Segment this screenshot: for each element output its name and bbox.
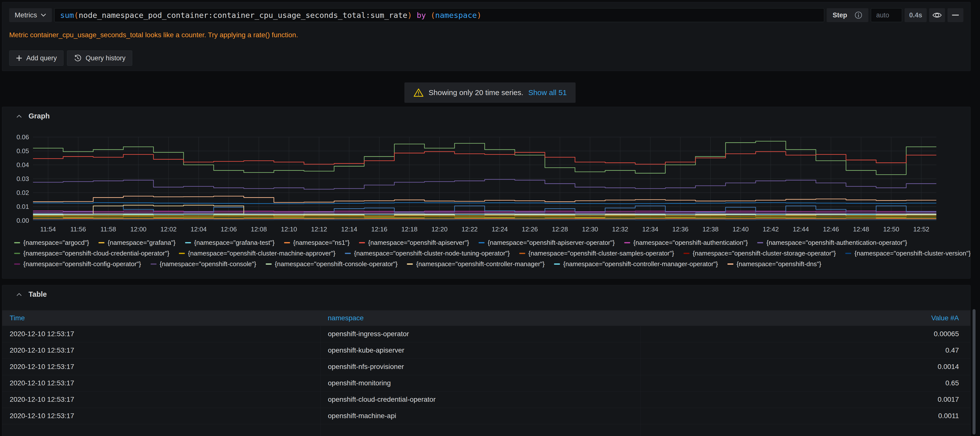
series-limit-notice: Showing only 20 time series. Show all 51 <box>404 82 576 103</box>
legend-item-argocd[interactable]: {namespace="argocd"} <box>14 239 89 246</box>
show-all-series-link[interactable]: Show all 51 <box>528 88 567 97</box>
x-axis-tick-label: 12:50 <box>883 225 899 233</box>
legend-row: {namespace="argocd"}{namespace="grafana"… <box>14 237 970 248</box>
series-line-openshift-cluster-version <box>33 219 936 220</box>
legend-item-openshift-cluster-storage-operator[interactable]: {namespace="openshift-cluster-storage-op… <box>684 249 836 257</box>
legend-item-openshift-console[interactable]: {namespace="openshift-console"} <box>151 260 256 268</box>
legend-item-openshift-apiserver-operator[interactable]: {namespace="openshift-apiserver-operator… <box>479 239 615 246</box>
legend-item-openshift-controller-manager-operator[interactable]: {namespace="openshift-controller-manager… <box>554 260 718 268</box>
legend-label: {namespace="openshift-controller-manager… <box>563 260 718 268</box>
grafana-explore-page: { "query_bar": { "metrics_button": "Metr… <box>0 0 980 436</box>
x-axis-tick-label: 12:04 <box>191 225 207 233</box>
legend-item-openshift-dns[interactable]: {namespace="openshift-dns"} <box>727 260 821 268</box>
legend-label: {namespace="openshift-config-operator"} <box>23 260 141 268</box>
legend-item-openshift-console-operator[interactable]: {namespace="openshift-console-operator"} <box>266 260 398 268</box>
legend-label: {namespace="grafana"} <box>108 239 176 246</box>
column-header-value[interactable]: Value #A <box>640 310 970 326</box>
add-query-button[interactable]: Add query <box>9 50 64 66</box>
promql-query-input[interactable]: sum(node_namespace_pod_container:contain… <box>54 8 824 22</box>
table-panel-header[interactable]: Table <box>2 290 970 299</box>
toggle-visibility-button[interactable] <box>929 8 945 22</box>
legend-item-ns1[interactable]: {namespace="ns1"} <box>284 239 350 246</box>
series-color-swatch <box>684 253 689 254</box>
legend-item-openshift-authentication-operator[interactable]: {namespace="openshift-authentication-ope… <box>757 239 907 246</box>
legend-item-openshift-cluster-machine-approver[interactable]: {namespace="openshift-cluster-machine-ap… <box>179 249 336 257</box>
query-history-button[interactable]: Query history <box>67 50 132 66</box>
series-color-swatch <box>14 253 20 254</box>
legend-item-openshift-controller-manager[interactable]: {namespace="openshift-controller-manager… <box>407 260 544 268</box>
y-axis-tick-label: 0.01 <box>16 203 29 210</box>
legend-item-openshift-cloud-credential-operator[interactable]: {namespace="openshift-cloud-credential-o… <box>14 249 169 257</box>
graph-panel: Graph 0.000.010.020.030.040.050.0611:541… <box>2 107 970 279</box>
cell-empty <box>2 424 320 436</box>
legend-row: {namespace="openshift-cloud-credential-o… <box>14 248 970 259</box>
step-interval-input[interactable]: auto <box>871 8 902 22</box>
legend-item-grafana[interactable]: {namespace="grafana"} <box>99 239 176 246</box>
legend-label: {namespace="openshift-apiserver"} <box>368 239 469 246</box>
cell-time: 2020-12-10 12:53:17 <box>2 408 320 424</box>
series-notice-row: Showing only 20 time series. Show all 51 <box>0 82 980 103</box>
legend-item-openshift-config-operator[interactable]: {namespace="openshift-config-operator"} <box>14 260 141 268</box>
cell-value: 0.0017 <box>640 391 970 408</box>
query-token-paren: ( <box>74 11 79 20</box>
legend-item-openshift-authentication[interactable]: {namespace="openshift-authentication"} <box>624 239 748 246</box>
cell-time: 2020-12-10 12:53:17 <box>2 391 320 408</box>
x-axis-tick-label: 12:34 <box>642 225 658 233</box>
x-axis-tick-label: 12:28 <box>552 225 568 233</box>
table-header-row: Time namespace Value #A <box>2 310 970 326</box>
graph-panel-header[interactable]: Graph <box>2 112 970 120</box>
legend-item-grafana-test[interactable]: {namespace="grafana-test"} <box>185 239 275 246</box>
series-color-swatch <box>554 264 560 265</box>
cell-namespace: openshift-monitoring <box>320 375 640 391</box>
legend-item-openshift-apiserver[interactable]: {namespace="openshift-apiserver"} <box>359 239 469 246</box>
x-axis-tick-label: 11:54 <box>40 225 56 233</box>
plus-icon <box>16 55 22 61</box>
y-axis-tick-label: 0.06 <box>16 133 29 141</box>
resolved-interval-badge: 0.4s <box>905 8 927 22</box>
x-axis-tick-label: 12:52 <box>913 225 929 233</box>
column-header-namespace[interactable]: namespace <box>320 310 640 326</box>
x-axis-tick-label: 11:58 <box>100 225 116 233</box>
metrics-dropdown-button[interactable]: Metrics <box>9 8 52 22</box>
remove-query-button[interactable] <box>948 8 963 22</box>
legend-label: {namespace="openshift-cloud-credential-o… <box>23 249 169 257</box>
table-row: 2020-12-10 12:53:17openshift-machine-api… <box>2 408 970 424</box>
query-actions-row: Add query Query history <box>9 50 963 66</box>
series-color-swatch <box>14 242 20 243</box>
series-color-swatch <box>479 242 485 243</box>
info-icon[interactable] <box>854 11 862 19</box>
query-editor-panel: Metrics sum(node_namespace_pod_container… <box>2 2 970 71</box>
time-series-chart[interactable]: 0.000.010.020.030.040.050.0611:5411:5611… <box>2 127 970 236</box>
x-axis-tick-label: 12:48 <box>853 225 869 233</box>
collapse-chevron-icon <box>16 292 22 297</box>
x-axis-tick-label: 12:40 <box>733 225 749 233</box>
x-axis-tick-label: 12:38 <box>702 225 719 233</box>
query-token-function: sum <box>60 11 74 20</box>
legend-label: {namespace="openshift-cluster-version"} <box>854 249 970 257</box>
query-history-label: Query history <box>86 54 126 62</box>
legend-item-openshift-cluster-version[interactable]: {namespace="openshift-cluster-version"} <box>845 249 970 257</box>
table-panel: Table Time namespace Value #A 2020-12-10… <box>2 285 970 436</box>
legend-item-openshift-cluster-node-tuning-operator[interactable]: {namespace="openshift-cluster-node-tunin… <box>345 249 510 257</box>
legend-label: {namespace="openshift-console"} <box>160 260 256 268</box>
series-color-swatch <box>519 253 525 254</box>
graph-panel-title: Graph <box>29 112 49 120</box>
counter-warning-text: Metric container_cpu_usage_seconds_total… <box>9 31 963 39</box>
x-axis-tick-label: 12:14 <box>341 225 357 233</box>
legend-label: {namespace="openshift-cluster-node-tunin… <box>354 249 510 257</box>
cell-empty <box>640 424 970 436</box>
legend-label: {namespace="openshift-dns"} <box>737 260 821 268</box>
legend-label: {namespace="openshift-cluster-machine-ap… <box>188 249 336 257</box>
series-color-swatch <box>185 242 191 243</box>
column-header-time[interactable]: Time <box>2 310 320 326</box>
series-color-swatch <box>727 264 733 265</box>
legend-item-openshift-cluster-samples-operator[interactable]: {namespace="openshift-cluster-samples-op… <box>519 249 674 257</box>
query-token-paren: ) <box>407 11 412 20</box>
series-color-swatch <box>99 242 105 243</box>
x-axis-tick-label: 11:56 <box>70 225 86 233</box>
y-axis-tick-label: 0.03 <box>16 175 29 182</box>
page-scrollbar[interactable] <box>972 309 975 434</box>
legend-label: {namespace="openshift-console-operator"} <box>275 260 398 268</box>
table-panel-title: Table <box>29 290 47 299</box>
table-row: 2020-12-10 12:53:17openshift-monitoring0… <box>2 375 970 391</box>
